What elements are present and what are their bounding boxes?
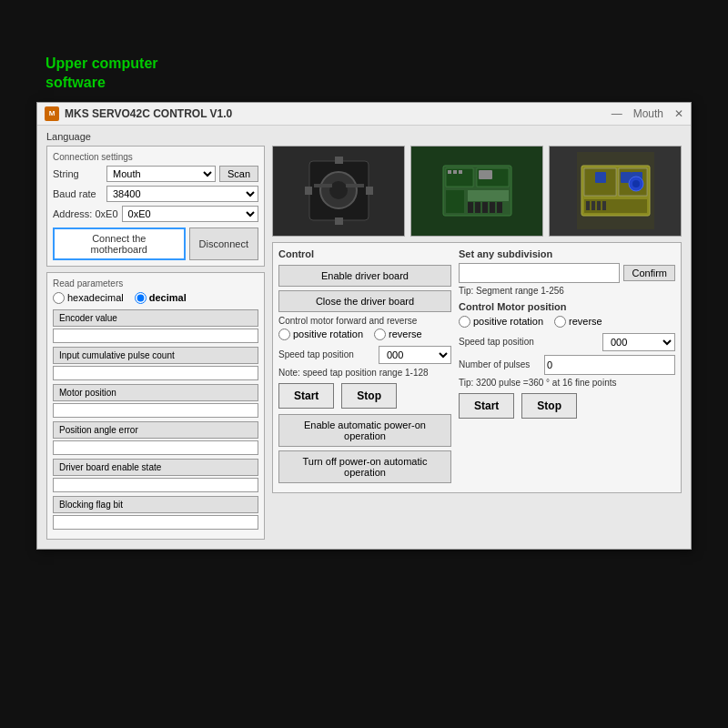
driver-state-input[interactable] bbox=[53, 478, 258, 492]
pulses-input[interactable] bbox=[544, 355, 675, 375]
baud-label: Baud rate bbox=[53, 188, 103, 199]
subdivision-input-row: Confirm bbox=[459, 263, 675, 283]
motor-reverse-radio[interactable] bbox=[554, 316, 566, 328]
connection-section: Connection settings String Mouth Scan Ba… bbox=[46, 146, 265, 267]
motor-tip: Tip: 3200 pulse =360 ° at 16 fine points bbox=[459, 378, 675, 388]
motor-speed-select[interactable]: 000 bbox=[602, 333, 675, 351]
svg-rect-16 bbox=[448, 170, 451, 174]
window-body: Language Connection settings String Mout… bbox=[37, 126, 691, 549]
stop-button[interactable]: Stop bbox=[341, 383, 397, 409]
decimal-radio-item: decimal bbox=[135, 292, 187, 304]
control-title: Control bbox=[278, 248, 451, 259]
pos-angle-button[interactable]: Position angle error bbox=[53, 421, 258, 439]
blocking-button[interactable]: Blocking flag bit bbox=[53, 496, 258, 513]
positive-rotation-item: positive rotation bbox=[278, 329, 363, 340]
connect-buttons: Connect the motherboard Disconnect bbox=[53, 228, 258, 260]
control-right: Set any subdivision Confirm Tip: Segment… bbox=[459, 248, 675, 487]
driver-state-button[interactable]: Driver board enable state bbox=[53, 459, 258, 476]
blocking-input[interactable] bbox=[53, 515, 258, 530]
input-pulse-button[interactable]: Input cumulative pulse count bbox=[53, 347, 258, 364]
svg-rect-30 bbox=[595, 172, 606, 183]
subdivision-title: Set any subdivision bbox=[459, 248, 675, 259]
title-bar-left: M MKS SERVO42C CONTROL V1.0 bbox=[45, 106, 232, 121]
reverse-item: reverse bbox=[374, 329, 422, 340]
decimal-radio[interactable] bbox=[135, 292, 147, 304]
control-area: Control Enable driver board Close the dr… bbox=[272, 242, 682, 493]
svg-rect-17 bbox=[453, 170, 457, 174]
hex-radio[interactable] bbox=[53, 292, 65, 304]
device-svg-3 bbox=[577, 152, 654, 229]
close-button[interactable]: ✕ bbox=[674, 107, 683, 120]
encoder-button[interactable]: Encoder value bbox=[53, 309, 258, 327]
format-radio-row: hexadecimal decimal bbox=[53, 292, 258, 304]
header-line2: software bbox=[46, 75, 106, 90]
reverse-radio[interactable] bbox=[374, 329, 386, 340]
title-bar: M MKS SERVO42C CONTROL V1.0 — Mouth ✕ bbox=[37, 103, 691, 126]
motor-pos-button[interactable]: Motor position bbox=[53, 384, 258, 401]
motor-speed-label: Speed tap position bbox=[459, 337, 599, 347]
device-image-1 bbox=[272, 146, 405, 237]
pos-angle-input[interactable] bbox=[53, 440, 258, 455]
address-row: Address: 0xE0 0xE0 bbox=[53, 206, 258, 222]
subdivision-tip: Tip: Segment range 1-256 bbox=[459, 286, 675, 296]
reverse-label: reverse bbox=[389, 329, 422, 339]
motor-direction-radio-row: positive rotation reverse bbox=[459, 316, 675, 328]
positive-rotation-label: positive rotation bbox=[293, 329, 363, 339]
input-pulse-input[interactable] bbox=[53, 366, 258, 380]
svg-rect-19 bbox=[479, 170, 492, 179]
baud-select[interactable]: 38400 bbox=[106, 186, 258, 202]
minimize-button[interactable]: — bbox=[612, 107, 622, 120]
close-driver-button[interactable]: Close the driver board bbox=[278, 290, 451, 312]
motor-pos-input[interactable] bbox=[53, 403, 258, 418]
motor-speed-row: Speed tap position 000 bbox=[459, 333, 675, 351]
app-icon: M bbox=[45, 106, 59, 121]
confirm-button[interactable]: Confirm bbox=[623, 265, 675, 281]
positive-rotation-radio[interactable] bbox=[278, 329, 290, 340]
right-panel: Control Enable driver board Close the dr… bbox=[272, 146, 682, 540]
svg-point-38 bbox=[632, 180, 640, 187]
svg-rect-21 bbox=[475, 202, 480, 213]
disconnect-button[interactable]: Disconnect bbox=[189, 228, 258, 260]
motor-positive-radio[interactable] bbox=[459, 316, 470, 328]
motor-stop-button[interactable]: Stop bbox=[521, 393, 577, 419]
scan-button[interactable]: Scan bbox=[219, 166, 258, 182]
read-params-section: Read parameters hexadecimal decimal bbox=[46, 272, 265, 540]
forward-reverse-label: Control motor forward and reverse bbox=[278, 316, 451, 326]
encoder-input[interactable] bbox=[53, 329, 258, 343]
pulses-label: Number of pulses bbox=[459, 359, 541, 369]
svg-rect-36 bbox=[602, 201, 606, 210]
svg-rect-4 bbox=[305, 187, 312, 195]
enable-driver-button[interactable]: Enable driver board bbox=[278, 265, 451, 287]
baud-row: Baud rate 38400 bbox=[53, 186, 258, 202]
svg-rect-15 bbox=[468, 190, 509, 201]
read-params-title: Read parameters bbox=[53, 278, 258, 288]
enable-auto-button[interactable]: Enable automatic power-on operation bbox=[278, 414, 451, 447]
motor-start-stop-row: Start Stop bbox=[459, 393, 675, 419]
main-content: Connection settings String Mouth Scan Ba… bbox=[46, 146, 682, 540]
connect-button[interactable]: Connect the motherboard bbox=[53, 228, 186, 260]
speed-tap-label: Speed tap position bbox=[278, 349, 375, 359]
app-header: Upper computer software bbox=[46, 55, 158, 93]
subdivision-input[interactable] bbox=[459, 263, 620, 283]
device-image-2 bbox=[410, 146, 543, 237]
turnoff-auto-button[interactable]: Turn off power-on automatic operation bbox=[278, 450, 451, 483]
svg-rect-6 bbox=[335, 157, 343, 164]
motor-start-button[interactable]: Start bbox=[459, 393, 514, 419]
svg-rect-7 bbox=[335, 217, 343, 225]
left-panel: Connection settings String Mouth Scan Ba… bbox=[46, 146, 265, 540]
start-button[interactable]: Start bbox=[278, 383, 334, 409]
address-select[interactable]: 0xE0 bbox=[122, 206, 258, 222]
svg-rect-22 bbox=[482, 202, 488, 213]
mouth-label: Mouth bbox=[633, 107, 663, 120]
connection-section-title: Connection settings bbox=[53, 152, 258, 162]
speed-select[interactable]: 000 bbox=[379, 346, 451, 364]
svg-rect-9 bbox=[346, 184, 364, 187]
address-label: Address: 0xE0 bbox=[53, 208, 118, 219]
string-select[interactable]: Mouth bbox=[106, 166, 216, 182]
motor-reverse-item: reverse bbox=[554, 316, 602, 328]
device-image-3 bbox=[549, 146, 682, 237]
window-title: MKS SERVO42C CONTROL V1.0 bbox=[65, 107, 232, 120]
hex-radio-item: hexadecimal bbox=[53, 292, 124, 304]
svg-rect-8 bbox=[314, 184, 332, 187]
main-window: M MKS SERVO42C CONTROL V1.0 — Mouth ✕ La… bbox=[36, 102, 692, 550]
